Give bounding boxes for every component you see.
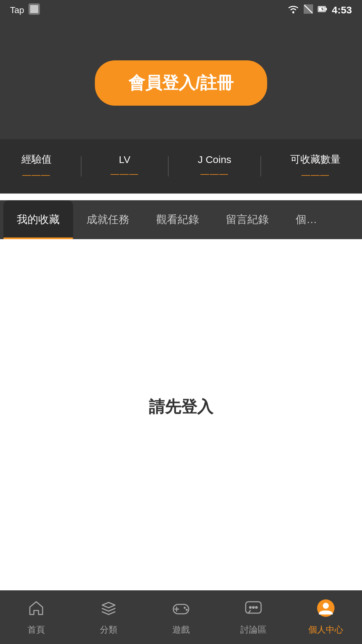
app-label: Tap bbox=[10, 5, 24, 15]
nav-profile[interactable]: 個人中心 bbox=[290, 599, 362, 636]
nav-home[interactable]: 首頁 bbox=[0, 599, 72, 636]
stat-level: LV ——— bbox=[111, 154, 139, 179]
tab-personal[interactable]: 個… bbox=[282, 200, 330, 239]
tab-achievements[interactable]: 成就任務 bbox=[73, 200, 143, 239]
stat-coins-label: J Coins bbox=[198, 154, 231, 165]
wifi-icon bbox=[288, 4, 299, 16]
svg-point-18 bbox=[323, 603, 329, 609]
nav-games-label: 遊戲 bbox=[172, 624, 190, 636]
stat-level-value: ——— bbox=[111, 169, 139, 179]
nav-category[interactable]: 分類 bbox=[72, 599, 145, 636]
bottom-nav: 首頁 分類 遊戲 bbox=[0, 590, 362, 644]
nav-forum[interactable]: 討論區 bbox=[217, 599, 290, 636]
stat-level-label: LV bbox=[119, 154, 130, 165]
nav-forum-label: 討論區 bbox=[240, 624, 266, 636]
nav-home-label: 首頁 bbox=[27, 624, 45, 636]
stat-coins: J Coins ——— bbox=[198, 154, 231, 179]
login-button[interactable]: 會員登入/註冊 bbox=[95, 60, 267, 106]
please-login-text: 請先登入 bbox=[149, 396, 213, 418]
svg-point-15 bbox=[252, 606, 255, 609]
svg-point-11 bbox=[184, 607, 186, 609]
gamepad-icon bbox=[172, 599, 190, 621]
chat-icon bbox=[244, 599, 262, 621]
stat-experience: 經驗值 ——— bbox=[21, 153, 52, 180]
status-left: Tap bbox=[10, 3, 40, 17]
svg-point-14 bbox=[249, 606, 252, 609]
stat-collectible-label: 可收藏數量 bbox=[290, 153, 341, 166]
time-display: 4:53 bbox=[332, 4, 352, 16]
svg-point-16 bbox=[255, 606, 258, 609]
stat-coins-value: ——— bbox=[200, 169, 229, 179]
home-icon bbox=[27, 599, 45, 621]
nav-category-label: 分類 bbox=[100, 624, 117, 636]
tab-watch-history[interactable]: 觀看紀錄 bbox=[143, 200, 213, 239]
stat-divider-1 bbox=[81, 156, 81, 176]
stat-collectible: 可收藏數量 ——— bbox=[290, 153, 341, 180]
stat-experience-value: ——— bbox=[22, 170, 51, 180]
main-content: 請先登入 bbox=[0, 239, 362, 575]
tab-my-collections[interactable]: 我的收藏 bbox=[3, 200, 73, 239]
person-icon bbox=[317, 599, 335, 621]
svg-rect-7 bbox=[325, 8, 327, 10]
tabs-container: 我的收藏 成就任務 觀看紀錄 留言紀錄 個… bbox=[0, 200, 362, 239]
app-icon bbox=[28, 3, 40, 17]
layers-icon bbox=[100, 599, 118, 621]
status-right: 4:53 bbox=[288, 4, 352, 16]
stat-collectible-value: ——— bbox=[301, 170, 329, 180]
stats-bar: 經驗值 ——— LV ——— J Coins ——— 可收藏數量 ——— bbox=[0, 139, 362, 194]
tab-comment-history[interactable]: 留言紀錄 bbox=[213, 200, 282, 239]
svg-point-2 bbox=[292, 11, 294, 13]
nav-profile-label: 個人中心 bbox=[308, 624, 343, 636]
svg-point-12 bbox=[186, 609, 188, 611]
profile-area: 會員登入/註冊 bbox=[0, 20, 362, 139]
battery-icon bbox=[318, 4, 327, 16]
status-bar: Tap bbox=[0, 0, 362, 20]
svg-rect-1 bbox=[30, 5, 38, 13]
stat-divider-3 bbox=[260, 156, 261, 176]
signal-icon bbox=[304, 4, 313, 16]
stat-experience-label: 經驗值 bbox=[21, 153, 52, 166]
nav-games[interactable]: 遊戲 bbox=[145, 599, 217, 636]
stat-divider-2 bbox=[168, 156, 169, 176]
